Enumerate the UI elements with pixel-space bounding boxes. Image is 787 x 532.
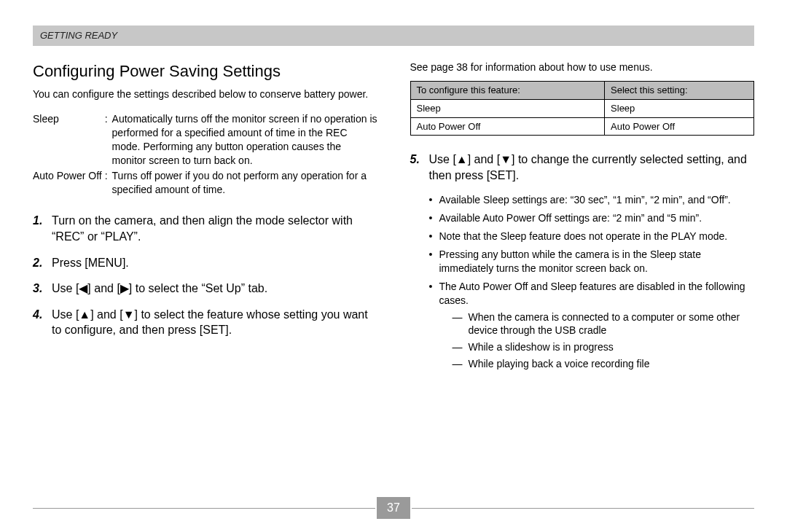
table-cell: Auto Power Off — [410, 117, 605, 136]
bullet-text: Available Auto Power Off settings are: “… — [439, 212, 702, 224]
list-item: Use [▲] and [▼] to select the feature wh… — [33, 307, 377, 338]
dash-text: While a slideshow is in progress — [469, 341, 614, 353]
definitions-table: Sleep : Automatically turns off the moni… — [33, 112, 377, 197]
content-columns: Configuring Power Saving Settings You ca… — [33, 60, 754, 376]
def-term: Sleep — [33, 112, 105, 168]
table-row: Sleep : Automatically turns off the moni… — [33, 112, 377, 168]
step-text: Use [▲] and [▼] to select the feature wh… — [52, 308, 368, 337]
bullet-text: Note that the Sleep feature does not ope… — [439, 230, 728, 242]
step-text: Use [◀] and [▶] to select the “Set Up” t… — [52, 282, 267, 294]
step-text: Use [▲] and [▼] to change the currently … — [429, 153, 747, 181]
section-title: Configuring Power Saving Settings — [33, 60, 377, 82]
table-row: Auto Power Off Auto Power Off — [410, 117, 754, 136]
def-sep: : — [105, 112, 111, 168]
page-number: 37 — [377, 497, 410, 519]
list-item: The Auto Power Off and Sleep features ar… — [429, 280, 755, 371]
bullet-list: Available Sleep settings are: “30 sec”, … — [410, 193, 755, 371]
breadcrumb: GETTING READY — [40, 30, 117, 41]
footer-rule-right — [412, 508, 754, 509]
header-band: GETTING READY — [33, 26, 754, 46]
page-footer: 37 — [33, 497, 754, 519]
bullet-text: Available Sleep settings are: “30 sec”, … — [439, 194, 731, 206]
left-column: Configuring Power Saving Settings You ca… — [33, 60, 377, 376]
bullet-text: Pressing any button while the camera is … — [439, 249, 702, 274]
steps-list-right: Use [▲] and [▼] to change the currently … — [410, 152, 755, 183]
footer-rule-left — [33, 508, 375, 509]
table-header: To configure this feature: — [410, 82, 605, 100]
def-desc: Automatically turns off the monitor scre… — [111, 112, 377, 168]
dash-text: When the camera is connected to a comput… — [469, 311, 740, 337]
table-header-row: To configure this feature: Select this s… — [410, 82, 754, 100]
settings-table: To configure this feature: Select this s… — [410, 81, 755, 136]
step-text: Press [MENU]. — [52, 257, 129, 269]
list-item: Turn on the camera, and then align the m… — [33, 213, 377, 244]
list-item: Pressing any button while the camera is … — [429, 248, 755, 275]
def-desc: Turns off power if you do not perform an… — [111, 168, 377, 197]
list-item: Available Sleep settings are: “30 sec”, … — [429, 193, 755, 207]
def-term: Auto Power Off — [33, 168, 105, 197]
right-column: See page 38 for information about how to… — [410, 60, 755, 376]
dash-list: When the camera is connected to a comput… — [439, 310, 755, 372]
list-item: Use [▲] and [▼] to change the currently … — [410, 152, 755, 183]
table-header: Select this setting: — [605, 82, 754, 100]
page-number-wrap: 37 — [33, 497, 754, 519]
bullet-text: The Auto Power Off and Sleep features ar… — [439, 281, 745, 306]
table-cell: Auto Power Off — [605, 117, 754, 136]
list-item: While a slideshow is in progress — [453, 340, 755, 354]
table-row: Sleep Sleep — [410, 99, 754, 117]
table-cell: Sleep — [410, 99, 605, 117]
list-item: Use [◀] and [▶] to select the “Set Up” t… — [33, 281, 377, 297]
list-item: Available Auto Power Off settings are: “… — [429, 211, 755, 225]
list-item: Note that the Sleep feature does not ope… — [429, 230, 755, 243]
steps-list-left: Turn on the camera, and then align the m… — [33, 213, 377, 338]
dash-text: While playing back a voice recording fil… — [469, 358, 650, 369]
list-item: When the camera is connected to a comput… — [453, 310, 755, 338]
table-row: Auto Power Off : Turns off power if you … — [33, 168, 377, 197]
def-sep: : — [105, 168, 111, 197]
step-text: Turn on the camera, and then align the m… — [52, 214, 353, 243]
table-cell: Sleep — [605, 99, 754, 117]
cross-reference: See page 38 for information about how to… — [410, 60, 755, 74]
list-item: While playing back a voice recording fil… — [453, 357, 755, 371]
list-item: Press [MENU]. — [33, 255, 377, 271]
intro-text: You can configure the settings described… — [33, 87, 377, 101]
